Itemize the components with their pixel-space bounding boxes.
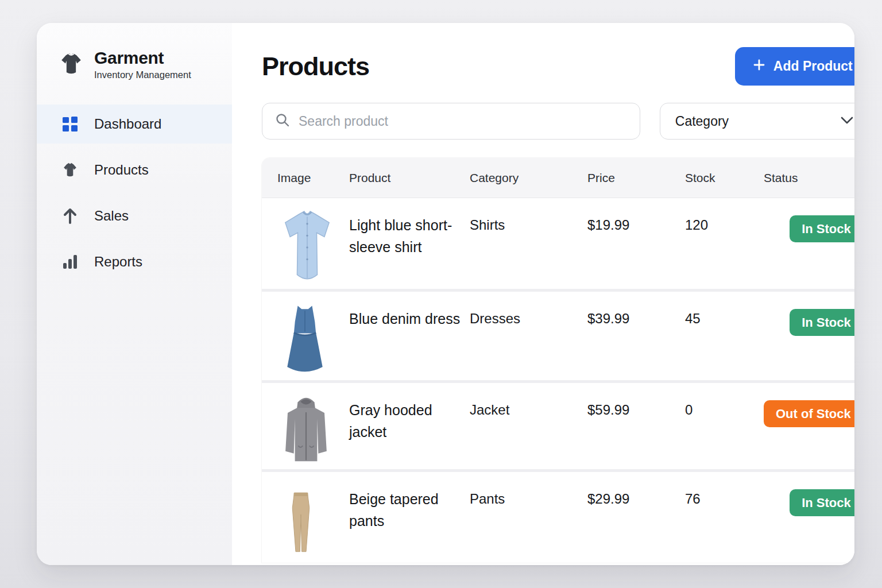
column-header-price: Price xyxy=(587,171,685,185)
product-stock: 0 xyxy=(685,383,764,418)
product-category: Jacket xyxy=(470,383,587,418)
product-name: Beige tapered pants xyxy=(349,472,470,543)
column-header-product: Product xyxy=(349,171,470,185)
product-status-cell: In Stock xyxy=(764,198,854,242)
status-badge: In Stock xyxy=(790,215,854,242)
sidebar-item-reports[interactable]: Reports xyxy=(37,242,232,281)
sidebar-item-label: Reports xyxy=(94,254,142,270)
sidebar-item-label: Products xyxy=(94,162,149,178)
sidebar-item-sales[interactable]: Sales xyxy=(37,196,232,235)
plus-icon xyxy=(752,58,766,75)
arrow-up-icon xyxy=(61,207,79,225)
product-stock: 120 xyxy=(685,198,764,233)
category-select-value: Category xyxy=(675,114,729,129)
app-window: Garment Inventory Management Dashboard xyxy=(37,23,854,565)
search-input[interactable] xyxy=(299,114,640,129)
dashboard-grid-icon xyxy=(61,115,79,133)
product-price: $39.99 xyxy=(587,292,685,327)
status-badge: In Stock xyxy=(790,309,854,336)
product-status-cell: Out of Stock xyxy=(764,383,854,427)
sidebar-item-products[interactable]: Products xyxy=(37,150,232,189)
sidebar-item-label: Sales xyxy=(94,208,129,224)
app-subtitle: Inventory Management xyxy=(94,69,191,80)
product-category: Dresses xyxy=(470,292,587,327)
table-row: Light blue short-sleeve shirt Shirts $19… xyxy=(262,198,854,289)
table-row: Gray hooded jacket Jacket $59.99 0 Out o… xyxy=(262,380,854,469)
status-badge: In Stock xyxy=(790,489,854,516)
tshirt-icon xyxy=(61,162,79,178)
app-title: Garment xyxy=(94,48,191,68)
product-status-cell: In Stock xyxy=(764,292,854,336)
product-price: $59.99 xyxy=(587,383,685,418)
search-box xyxy=(262,103,640,140)
sidebar: Garment Inventory Management Dashboard xyxy=(37,23,232,565)
product-image xyxy=(277,472,349,563)
table-body: Light blue short-sleeve shirt Shirts $19… xyxy=(262,198,854,563)
product-stock: 76 xyxy=(685,472,764,507)
product-price: $29.99 xyxy=(587,472,685,507)
sidebar-nav: Dashboard Products Sales xyxy=(37,105,232,281)
product-category: Pants xyxy=(470,472,587,507)
column-header-image: Image xyxy=(277,171,349,185)
sidebar-item-dashboard[interactable]: Dashboard xyxy=(37,105,232,144)
table-row: Beige tapered pants Pants $29.99 76 In S… xyxy=(262,469,854,563)
table-row: Blue denim dress Dresses $39.99 45 In St… xyxy=(262,289,854,380)
product-stock: 45 xyxy=(685,292,764,327)
add-product-button[interactable]: Add Product xyxy=(735,47,854,86)
column-header-category: Category xyxy=(470,171,587,185)
search-icon xyxy=(275,113,290,130)
products-table: Image Product Category Price Stock Statu… xyxy=(262,158,854,563)
column-header-stock: Stock xyxy=(685,171,764,185)
product-name: Gray hooded jacket xyxy=(349,383,470,454)
main-content: Products Add Product Ca xyxy=(232,23,854,565)
table-header: Image Product Category Price Stock Statu… xyxy=(262,158,854,198)
add-product-label: Add Product xyxy=(773,59,853,74)
product-image xyxy=(277,292,349,380)
status-badge: Out of Stock xyxy=(764,400,854,427)
chevron-down-icon xyxy=(840,114,854,129)
bar-chart-icon xyxy=(61,254,79,270)
product-image xyxy=(277,383,349,469)
page-title: Products xyxy=(262,52,369,82)
product-name: Light blue short-sleeve shirt xyxy=(349,198,470,269)
product-image xyxy=(277,198,349,289)
product-status-cell: In Stock xyxy=(764,472,854,516)
product-price: $19.99 xyxy=(587,198,685,233)
sidebar-item-label: Dashboard xyxy=(94,116,161,132)
column-header-status: Status xyxy=(764,171,854,185)
product-name: Blue denim dress xyxy=(349,292,470,341)
category-select[interactable]: Category xyxy=(660,103,854,140)
app-logo: Garment Inventory Management xyxy=(37,48,232,80)
product-category: Shirts xyxy=(470,198,587,233)
tshirt-logo-icon xyxy=(57,51,85,78)
